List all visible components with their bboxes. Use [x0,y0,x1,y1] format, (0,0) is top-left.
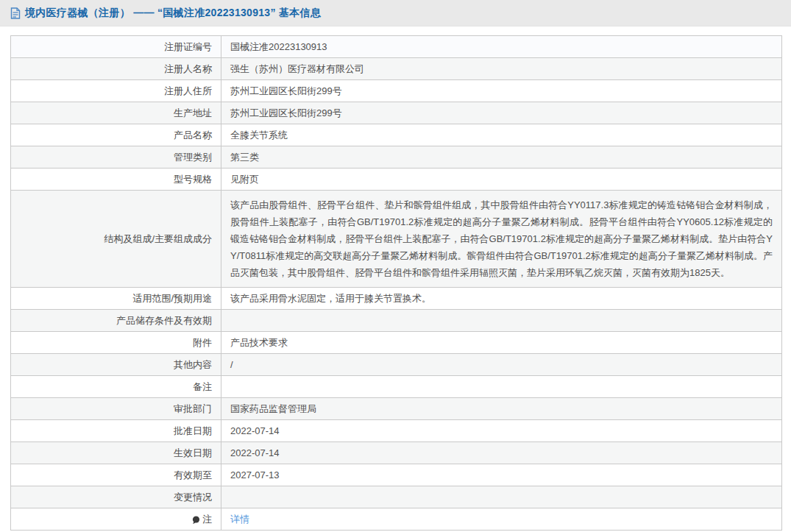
row-value: 2027-07-13 [221,464,782,486]
row-label: 型号规格 [11,169,221,191]
registration-info-table: 注册证编号 国械注准20223130913 注册人名称 强生（苏州）医疗器材有限… [10,35,782,531]
table-row: 生产地址 苏州工业园区长阳街299号 [11,102,782,124]
row-label: 生产地址 [11,102,221,124]
detail-link[interactable]: 详情 [230,514,249,525]
row-value [221,310,782,332]
row-label: 批准日期 [11,420,221,442]
row-value: 国家药品监督管理局 [221,398,782,420]
row-label: 管理类别 [11,146,221,169]
row-label: 变更情况 [11,486,221,508]
row-value: 见附页 [221,169,782,191]
row-label-note: 注 [11,508,221,531]
table-row: 生效日期 2022-07-14 [11,442,782,464]
row-value: 2022-07-14 [221,420,782,442]
row-value: 强生（苏州）医疗器材有限公司 [221,58,782,80]
row-value [221,486,782,508]
table-row: 注册人名称 强生（苏州）医疗器材有限公司 [11,58,782,80]
row-label-text: 注 [202,513,212,526]
row-value-note: 详情 [221,508,782,531]
page-header: 境内医疗器械（注册） —— “国械注准20223130913” 基本信息 [0,0,791,26]
row-label: 生效日期 [11,442,221,464]
row-label: 产品名称 [11,124,221,146]
speech-bubble-icon [192,516,200,525]
row-label: 注册证编号 [11,36,221,58]
row-label: 备注 [11,376,221,398]
row-value: 产品技术要求 [221,332,782,354]
table-row: 其他内容 / [11,354,782,376]
row-label: 附件 [11,332,221,354]
table-row: 注 详情 [11,508,782,531]
row-value: 2022-07-14 [221,442,782,464]
table-row: 注册人住所 苏州工业园区长阳街299号 [11,80,782,102]
table-row: 附件 产品技术要求 [11,332,782,354]
row-value-composition: 该产品由股骨组件、胫骨平台组件、垫片和髌骨组件组成，其中股骨组件由符合YY011… [221,191,782,288]
row-label: 其他内容 [11,354,221,376]
table-row: 批准日期 2022-07-14 [11,420,782,442]
row-value [221,376,782,398]
table-row: 有效期至 2027-07-13 [11,464,782,486]
page-title: 境内医疗器械（注册） —— “国械注准20223130913” 基本信息 [25,7,321,20]
row-value: 全膝关节系统 [221,124,782,146]
row-label: 注册人名称 [11,58,221,80]
table-row: 结构及组成/主要组成成分 该产品由股骨组件、胫骨平台组件、垫片和髌骨组件组成，其… [11,191,782,288]
row-value: 该产品采用骨水泥固定，适用于膝关节置换术。 [221,288,782,310]
document-icon [10,7,21,19]
row-value: 苏州工业园区长阳街299号 [221,80,782,102]
row-label: 注册人住所 [11,80,221,102]
row-label: 产品储存条件及有效期 [11,310,221,332]
row-label: 审批部门 [11,398,221,420]
row-label: 有效期至 [11,464,221,486]
table-row: 适用范围/预期用途 该产品采用骨水泥固定，适用于膝关节置换术。 [11,288,782,310]
row-value: 第三类 [221,146,782,169]
table-row: 产品储存条件及有效期 [11,310,782,332]
table-row: 变更情况 [11,486,782,508]
row-label: 结构及组成/主要组成成分 [11,191,221,288]
row-label: 适用范围/预期用途 [11,288,221,310]
table-row: 产品名称 全膝关节系统 [11,124,782,146]
table-row: 注册证编号 国械注准20223130913 [11,36,782,58]
table-row: 审批部门 国家药品监督管理局 [11,398,782,420]
table-row: 型号规格 见附页 [11,169,782,191]
row-value: 国械注准20223130913 [221,36,782,58]
table-row: 备注 [11,376,782,398]
row-value: 苏州工业园区长阳街299号 [221,102,782,124]
table-row: 管理类别 第三类 [11,146,782,169]
row-value: / [221,354,782,376]
